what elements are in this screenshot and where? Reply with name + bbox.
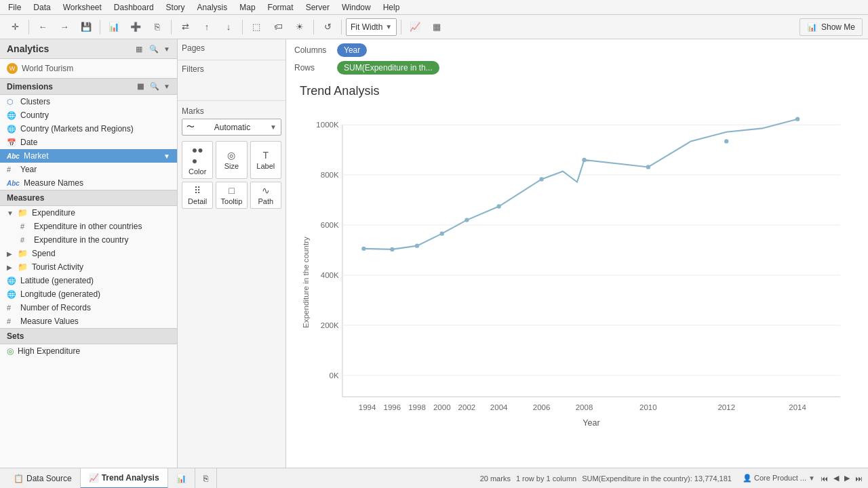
svg-text:2014: 2014 <box>789 403 806 411</box>
globe-icon: 🌐 <box>7 111 16 120</box>
nav-prev[interactable]: ◀ <box>833 474 839 483</box>
dim-clusters[interactable]: ⬡ Clusters <box>0 95 177 108</box>
group-btn[interactable]: ⬚ <box>247 18 266 36</box>
dim-search-icon[interactable]: 🔍 <box>148 81 161 92</box>
marks-type-dropdown[interactable]: 〜 Automatic ▼ <box>182 119 281 136</box>
marks-label-btn[interactable]: T Label <box>250 141 281 179</box>
tab-data-source[interactable]: 📋 Data Source <box>5 468 81 489</box>
folder-icon-expenditure: 📁 <box>18 208 28 218</box>
marks-path-btn[interactable]: ∿ Path <box>250 182 281 209</box>
detail-icon: ⠿ <box>194 185 201 196</box>
fit-width-label: Fit Width <box>351 22 382 32</box>
analytics-tab-label[interactable]: Analytics <box>7 43 49 54</box>
fit-width-arrow: ▼ <box>385 23 392 30</box>
analytics-tab: Analytics ▦ 🔍 ▼ <box>0 39 177 59</box>
filters-label: Filters <box>182 64 281 74</box>
dim-country[interactable]: 🌐 Country <box>0 108 177 122</box>
menu-story[interactable]: Story <box>161 1 191 14</box>
nav-next[interactable]: ▶ <box>844 474 850 483</box>
chart-btn[interactable]: 📈 <box>406 18 425 36</box>
separator-4 <box>242 20 243 35</box>
measure-latitude[interactable]: 🌐 Latitude (generated) <box>0 274 177 287</box>
user-badge[interactable]: 👤 Core Product ... ▼ <box>743 474 815 483</box>
sidebar-collapse-btn[interactable]: ▼ <box>163 45 170 53</box>
tab-trend-analysis[interactable]: 📈 Trend Analysis <box>81 468 168 489</box>
dim-grid-icon[interactable]: ▦ <box>135 81 146 92</box>
folder-spend[interactable]: ▶ 📁 Spend <box>0 247 177 260</box>
measure-values[interactable]: # Measure Values <box>0 314 177 328</box>
new-datasource-btn[interactable]: 📊 <box>104 18 123 36</box>
add-sheet-tab-btn[interactable]: 📊 <box>168 468 195 489</box>
duplicate-icon: ⎘ <box>203 474 208 483</box>
marks-color-btn[interactable]: ●●● Color <box>182 141 213 179</box>
menu-file[interactable]: File <box>3 1 26 14</box>
folder-expenditure[interactable]: ▼ 📁 Expenditure <box>0 206 177 220</box>
marks-detail-btn[interactable]: ⠿ Detail <box>182 182 213 209</box>
menu-help[interactable]: Help <box>378 1 406 14</box>
crosshair-btn[interactable]: ✛ <box>5 18 24 36</box>
marks-size-label: Size <box>224 162 239 170</box>
undo-btn[interactable]: ↺ <box>318 18 337 36</box>
set-high-expenditure[interactable]: ◎ High Expenditure <box>0 344 177 358</box>
data-source-item[interactable]: W World Tourism <box>0 59 177 78</box>
hash3-icon: # <box>20 236 30 244</box>
marks-tooltip-label: Tooltip <box>221 197 243 205</box>
sort-asc-btn[interactable]: ↑ <box>197 18 216 36</box>
folder-expenditure-label: Expenditure <box>32 208 75 218</box>
table-btn[interactable]: ▦ <box>427 18 446 36</box>
folder-tourist-activity[interactable]: ▶ 📁 Tourist Activity <box>0 260 177 274</box>
set-high-expenditure-label: High Expenditure <box>18 346 170 356</box>
measure-expenditure-other[interactable]: # Expenditure in other countries <box>0 220 177 233</box>
grid-view-btn[interactable]: ▦ <box>134 44 144 54</box>
sort-desc-btn[interactable]: ↓ <box>219 18 238 36</box>
trend-line <box>363 119 797 249</box>
menu-analysis[interactable]: Analysis <box>192 1 233 14</box>
dim-measure-names[interactable]: Abc Measure Names <box>0 176 177 190</box>
marks-size-btn[interactable]: ◎ Size <box>216 141 247 179</box>
nav-last[interactable]: ⏭ <box>855 474 863 483</box>
measure-records[interactable]: # Number of Records <box>0 301 177 314</box>
marks-tooltip-btn[interactable]: □ Tooltip <box>216 182 247 209</box>
marks-detail-label: Detail <box>188 197 207 205</box>
sum-text: SUM(Expenditure in the country): 13,774,… <box>582 474 732 483</box>
folder-toggle-spend: ▶ <box>7 250 14 258</box>
tab-trend-icon: 📈 <box>89 473 99 483</box>
data-point-2012 <box>724 139 728 143</box>
menu-window[interactable]: Window <box>336 1 376 14</box>
menu-server[interactable]: Server <box>300 1 335 14</box>
highlight-btn[interactable]: ☀ <box>290 18 309 36</box>
marks-buttons-grid: ●●● Color ◎ Size T Label ⠿ Detail □ To <box>182 141 281 209</box>
search-icon[interactable]: 🔍 <box>147 44 161 54</box>
dim-year[interactable]: # Year <box>0 163 177 176</box>
columns-pill[interactable]: Year <box>337 43 367 57</box>
forward-btn[interactable]: → <box>55 18 74 36</box>
swap-btn[interactable]: ⇄ <box>176 18 195 36</box>
menu-map[interactable]: Map <box>234 1 260 14</box>
measure-longitude[interactable]: 🌐 Longitude (generated) <box>0 287 177 301</box>
tab-trend-label: Trend Analysis <box>102 473 159 483</box>
dim-country-markets[interactable]: 🌐 Country (Markets and Regions) <box>0 122 177 136</box>
menu-dashboard[interactable]: Dashboard <box>108 1 159 14</box>
dim-collapse-btn[interactable]: ▼ <box>163 83 170 90</box>
nav-first[interactable]: ⏮ <box>821 474 828 483</box>
menu-worksheet[interactable]: Worksheet <box>58 1 107 14</box>
dim-market[interactable]: Abc Market ▼ <box>0 149 177 163</box>
rows-pill[interactable]: SUM(Expenditure in th... <box>337 61 439 75</box>
label-btn[interactable]: 🏷 <box>269 18 288 36</box>
folder-icon-spend: 📁 <box>18 249 28 258</box>
add-sheet-btn[interactable]: ➕ <box>126 18 145 36</box>
duplicate-sheet-btn[interactable]: ⎘ <box>195 468 217 489</box>
back-btn[interactable]: ← <box>33 18 52 36</box>
dim-date[interactable]: 📅 Date <box>0 136 177 149</box>
menu-format[interactable]: Format <box>262 1 299 14</box>
duplicate-btn[interactable]: ⎘ <box>148 18 167 36</box>
data-point-2004 <box>496 204 500 208</box>
folder-tourist-label: Tourist Activity <box>32 262 83 272</box>
menu-data[interactable]: Data <box>28 1 56 14</box>
measure-expenditure-other-label: Expenditure in other countries <box>34 222 170 231</box>
measure-expenditure-country[interactable]: # Expenditure in the country <box>0 233 177 247</box>
save-btn[interactable]: 💾 <box>77 18 96 36</box>
rows-label: Rows <box>294 63 332 73</box>
fit-width-dropdown[interactable]: Fit Width ▼ <box>346 18 397 36</box>
show-me-button[interactable]: 📊 Show Me <box>800 18 863 36</box>
